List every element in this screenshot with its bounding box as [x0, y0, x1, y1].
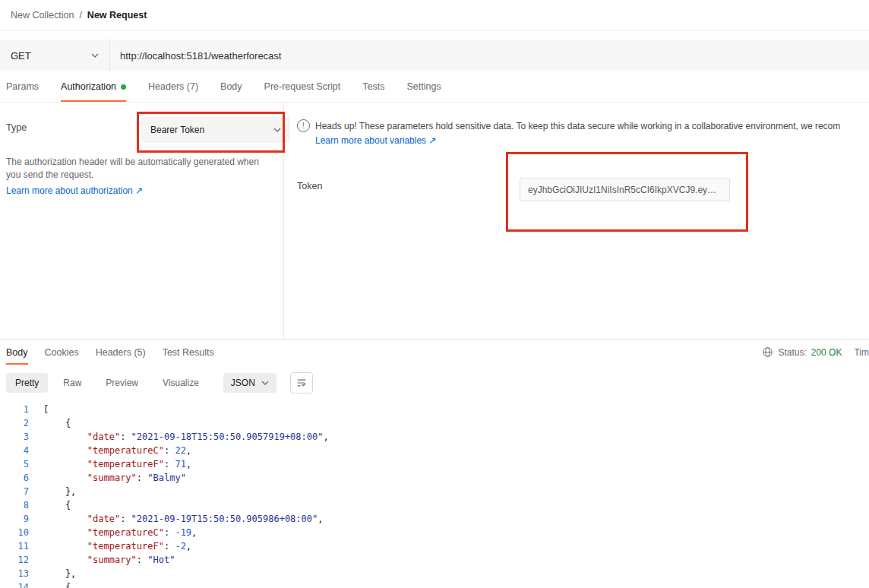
warning-icon: !	[297, 119, 310, 132]
code-line-content: "temperatureF": 71,	[29, 457, 191, 471]
code-line-content: "date": "2021-09-18T15:50:50.9057919+08:…	[29, 430, 329, 444]
wrap-text-icon	[296, 378, 307, 388]
line-number: 10	[0, 526, 29, 539]
code-line-content: "temperatureC": -19,	[29, 526, 197, 539]
response-tabs: Body Cookies Headers (5) Test Results St…	[0, 339, 869, 365]
tab-body[interactable]: Body	[220, 71, 242, 102]
auth-type-column: Type Bearer Token The authorization head…	[0, 103, 284, 339]
response-tab-body[interactable]: Body	[6, 340, 28, 365]
breadcrumb-current: New Request	[87, 10, 147, 21]
auth-detail-column: ! Heads up! These parameters hold sensit…	[284, 103, 869, 339]
status-label: Status:	[778, 347, 806, 358]
code-line-content: {	[29, 580, 71, 588]
code-line-content: "date": "2021-09-19T15:50:50.905986+08:0…	[29, 512, 323, 526]
tab-authorization[interactable]: Authorization	[61, 71, 126, 102]
code-line-content: },	[29, 485, 76, 498]
code-line-content: },	[29, 567, 76, 580]
wrap-text-button[interactable]	[290, 372, 313, 394]
line-number: 13	[0, 567, 29, 580]
tab-label: Settings	[406, 81, 441, 92]
line-number: 5	[0, 457, 29, 471]
code-line: 8 {	[0, 498, 869, 512]
line-number: 14	[0, 580, 29, 588]
line-number: 3	[0, 430, 29, 444]
token-input[interactable]	[520, 178, 730, 201]
code-line: 12 "summary": "Hot"	[0, 553, 869, 567]
tab-label: Test Results	[163, 347, 214, 358]
breadcrumb-parent[interactable]: New Collection	[11, 10, 74, 21]
code-line: 11 "temperatureF": -2,	[0, 539, 869, 553]
url-input[interactable]	[110, 40, 869, 71]
tab-label: Headers (5)	[96, 347, 146, 358]
method-label: GET	[11, 50, 31, 62]
response-tab-test-results[interactable]: Test Results	[163, 340, 214, 365]
tab-label: Cookies	[45, 347, 79, 358]
tab-label: Authorization	[61, 81, 116, 92]
code-line: 13 },	[0, 567, 869, 580]
code-line: 10 "temperatureC": -19,	[0, 526, 869, 539]
globe-icon	[762, 346, 773, 358]
tab-params[interactable]: Params	[6, 71, 39, 102]
line-number: 1	[0, 403, 29, 416]
view-tab-raw[interactable]: Raw	[54, 373, 90, 393]
code-line-content: "temperatureC": 22,	[29, 444, 191, 457]
breadcrumb: New Collection / New Request	[0, 0, 869, 31]
learn-variables-link[interactable]: Learn more about variables ↗	[315, 135, 437, 146]
code-line-content: [	[29, 403, 49, 416]
chevron-down-icon	[91, 53, 99, 58]
code-line: 3 "date": "2021-09-18T15:50:50.9057919+0…	[0, 430, 869, 444]
breadcrumb-separator: /	[79, 10, 81, 21]
auth-type-select[interactable]: Bearer Token	[141, 117, 290, 143]
code-line-content: {	[29, 416, 71, 430]
code-line: 7 },	[0, 485, 869, 498]
auth-type-label: Type	[6, 122, 27, 133]
line-number: 9	[0, 512, 29, 526]
view-tab-visualize[interactable]: Visualize	[153, 373, 208, 393]
response-meta: Status: 200 OK Tim	[762, 340, 869, 365]
postman-app: New Collection / New Request GET Params …	[0, 0, 869, 588]
code-line-content: "summary": "Balmy"	[29, 471, 186, 485]
chevron-down-icon	[273, 128, 281, 132]
line-number: 8	[0, 498, 29, 512]
code-line: 5 "temperatureF": 71,	[0, 457, 869, 471]
tab-label: Body	[220, 81, 242, 92]
code-line: 6 "summary": "Balmy"	[0, 471, 869, 485]
tab-label: Body	[6, 347, 28, 358]
authorization-panel: Type Bearer Token The authorization head…	[0, 103, 869, 339]
response-view-toolbar: Pretty Raw Preview Visualize JSON	[0, 369, 869, 397]
sensitive-data-warning: Heads up! These parameters hold sensitiv…	[315, 121, 869, 131]
view-tab-preview[interactable]: Preview	[96, 373, 147, 393]
request-url-bar: GET	[0, 40, 869, 71]
line-number: 6	[0, 471, 29, 485]
request-tabs: Params Authorization Headers (7) Body Pr…	[0, 71, 869, 103]
tab-prerequest-script[interactable]: Pre-request Script	[264, 71, 341, 102]
response-tab-headers[interactable]: Headers (5)	[96, 340, 146, 365]
response-tab-cookies[interactable]: Cookies	[45, 340, 79, 365]
code-line-content: "temperatureF": -2,	[29, 539, 191, 553]
external-link-icon: ↗	[428, 135, 436, 146]
token-label: Token	[297, 181, 322, 191]
tab-label: Pre-request Script	[264, 81, 341, 92]
code-line-content: "summary": "Hot"	[29, 553, 175, 567]
code-line: 14 {	[0, 580, 869, 588]
format-label: JSON	[231, 378, 255, 388]
tab-headers[interactable]: Headers (7)	[148, 71, 198, 102]
line-number: 4	[0, 444, 29, 457]
code-line-content: {	[29, 498, 71, 512]
view-tab-pretty[interactable]: Pretty	[6, 373, 48, 393]
tab-label: Params	[6, 81, 39, 92]
line-number: 12	[0, 553, 29, 567]
line-number: 7	[0, 485, 29, 498]
response-body-code[interactable]: 1[2 {3 "date": "2021-09-18T15:50:50.9057…	[0, 397, 869, 588]
line-number: 11	[0, 539, 29, 553]
link-text: Learn more about variables	[315, 135, 426, 146]
external-link-icon: ↗	[135, 185, 143, 196]
status-value: 200 OK	[811, 347, 842, 358]
method-select[interactable]: GET	[0, 40, 110, 71]
learn-authorization-link[interactable]: Learn more about authorization ↗	[6, 185, 143, 196]
auth-configured-dot-icon	[121, 84, 126, 90]
format-select[interactable]: JSON	[223, 373, 276, 393]
auth-description: The authorization header will be automat…	[6, 156, 260, 182]
tab-tests[interactable]: Tests	[362, 71, 384, 102]
tab-settings[interactable]: Settings	[406, 71, 441, 102]
